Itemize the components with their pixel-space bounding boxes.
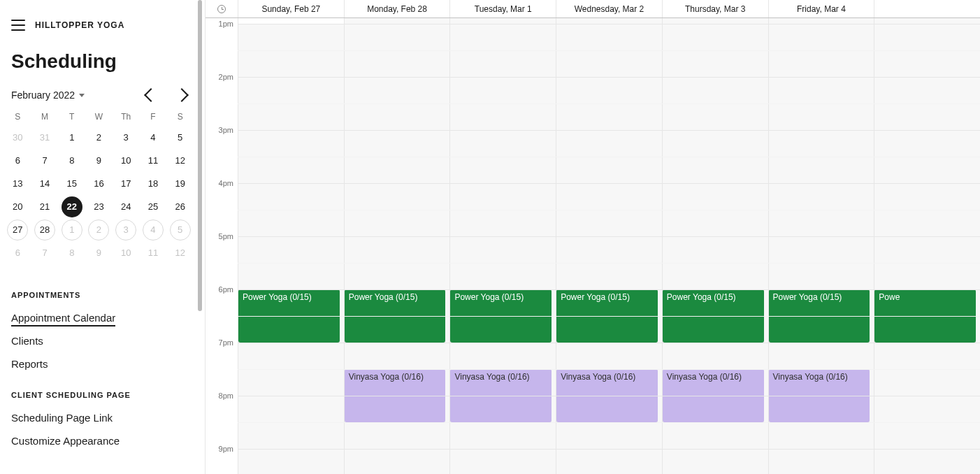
- mini-cal-dow: S: [4, 108, 31, 126]
- mini-cal-day[interactable]: 16: [85, 172, 113, 195]
- event-power-yoga[interactable]: Power Yoga (0/15): [556, 289, 658, 343]
- clock-icon: [217, 5, 226, 13]
- day-header[interactable]: [874, 0, 980, 17]
- mini-cal-day[interactable]: 26: [166, 195, 194, 218]
- mini-cal-day[interactable]: 9: [85, 149, 113, 172]
- mini-cal-day[interactable]: 19: [166, 172, 194, 195]
- mini-cal-day[interactable]: 15: [58, 172, 85, 195]
- brand-name: HILLTOPPER YOGA: [35, 20, 124, 30]
- mini-cal-day[interactable]: 10: [113, 241, 140, 264]
- time-column-header: [206, 5, 238, 13]
- mini-cal-dow: T: [58, 108, 85, 126]
- day-column[interactable]: Power Yoga (0/15)Vinyasa Yoga (0/16): [556, 18, 662, 474]
- mini-cal-day[interactable]: 13: [4, 172, 31, 195]
- next-month-button[interactable]: [175, 88, 189, 102]
- mini-cal-day[interactable]: 4: [140, 218, 167, 241]
- event-power-yoga[interactable]: Powe: [874, 289, 976, 343]
- day-column[interactable]: Power Yoga (0/15): [238, 18, 344, 474]
- mini-cal-day[interactable]: 11: [140, 149, 167, 172]
- time-label: 9pm: [219, 445, 233, 453]
- mini-cal-day[interactable]: 7: [31, 241, 59, 264]
- section-label-appointments: APPOINTMENTS: [0, 275, 198, 306]
- mini-cal-day[interactable]: 3: [113, 126, 140, 149]
- event-power-yoga[interactable]: Power Yoga (0/15): [450, 289, 552, 343]
- chevron-down-icon: [79, 94, 85, 97]
- day-header[interactable]: Friday, Mar 4: [768, 0, 874, 17]
- day-column[interactable]: Powe: [874, 18, 980, 474]
- mini-cal-day[interactable]: 23: [85, 195, 113, 218]
- mini-cal-day[interactable]: 20: [4, 195, 31, 218]
- nav-appointment-calendar[interactable]: Appointment Calendar: [0, 306, 198, 329]
- mini-cal-day[interactable]: 7: [31, 149, 59, 172]
- mini-cal-day[interactable]: 12: [166, 149, 194, 172]
- mini-cal-day[interactable]: 10: [113, 149, 140, 172]
- prev-month-button[interactable]: [144, 88, 158, 102]
- mini-cal-day[interactable]: 6: [4, 149, 31, 172]
- event-power-yoga[interactable]: Power Yoga (0/15): [345, 289, 446, 343]
- day-header[interactable]: Thursday, Mar 3: [662, 0, 768, 17]
- page-title: Scheduling: [0, 45, 198, 89]
- event-vinyasa-yoga[interactable]: Vinyasa Yoga (0/16): [450, 369, 552, 422]
- event-power-yoga[interactable]: Power Yoga (0/15): [663, 289, 764, 343]
- nav-scheduling-page-link[interactable]: Scheduling Page Link: [0, 406, 198, 429]
- mini-calendar: SMTWThFS 3031123456789101112131415161718…: [0, 108, 198, 275]
- event-vinyasa-yoga[interactable]: Vinyasa Yoga (0/16): [769, 369, 870, 422]
- nav-customize-appearance[interactable]: Customize Appearance: [0, 429, 198, 452]
- mini-cal-day[interactable]: 3: [113, 218, 140, 241]
- mini-cal-day[interactable]: 1: [58, 126, 85, 149]
- day-column[interactable]: Power Yoga (0/15)Vinyasa Yoga (0/16): [662, 18, 768, 474]
- mini-cal-day[interactable]: 21: [31, 195, 59, 218]
- section-label-client-page: CLIENT SCHEDULING PAGE: [0, 375, 198, 406]
- calendar-grid[interactable]: 1pm2pm3pm4pm5pm6pm7pm8pm9pm Power Yoga (…: [206, 18, 980, 474]
- event-power-yoga[interactable]: Power Yoga (0/15): [769, 289, 870, 343]
- mini-cal-day[interactable]: 28: [31, 218, 59, 241]
- day-header[interactable]: Sunday, Feb 27: [238, 0, 344, 17]
- mini-cal-day[interactable]: 2: [85, 218, 113, 241]
- nav-reports[interactable]: Reports: [0, 352, 198, 375]
- time-label: 4pm: [219, 179, 233, 187]
- mini-cal-dow: W: [85, 108, 113, 126]
- mini-cal-day[interactable]: 4: [140, 126, 167, 149]
- mini-cal-day[interactable]: 18: [140, 172, 167, 195]
- mini-cal-day[interactable]: 12: [166, 241, 194, 264]
- mini-cal-day[interactable]: 8: [58, 149, 85, 172]
- mini-cal-day[interactable]: 22: [58, 195, 85, 218]
- time-label: 6pm: [219, 285, 233, 294]
- day-header[interactable]: Tuesday, Mar 1: [449, 0, 556, 17]
- mini-cal-day[interactable]: 1: [58, 218, 85, 241]
- mini-cal-day[interactable]: 8: [58, 241, 85, 264]
- mini-cal-dow: Th: [113, 108, 140, 126]
- sidebar: HILLTOPPER YOGA Scheduling February 2022…: [0, 0, 206, 474]
- time-label: 7pm: [219, 338, 233, 347]
- mini-cal-day[interactable]: 24: [113, 195, 140, 218]
- mini-cal-dow: M: [31, 108, 59, 126]
- day-column[interactable]: Power Yoga (0/15)Vinyasa Yoga (0/16): [449, 18, 556, 474]
- time-label: 5pm: [219, 232, 233, 240]
- time-label: 3pm: [219, 126, 233, 134]
- mini-cal-day[interactable]: 27: [4, 218, 31, 241]
- month-selector[interactable]: February 2022: [11, 89, 85, 101]
- mini-cal-day[interactable]: 6: [4, 241, 31, 264]
- mini-cal-day[interactable]: 5: [166, 126, 194, 149]
- nav-clients[interactable]: Clients: [0, 329, 198, 352]
- mini-cal-day[interactable]: 31: [31, 126, 59, 149]
- mini-cal-day[interactable]: 11: [140, 241, 167, 264]
- event-power-yoga[interactable]: Power Yoga (0/15): [238, 289, 340, 343]
- day-header[interactable]: Wednesday, Mar 2: [556, 0, 662, 17]
- day-header[interactable]: Monday, Feb 28: [344, 0, 450, 17]
- mini-cal-day[interactable]: 14: [31, 172, 59, 195]
- event-vinyasa-yoga[interactable]: Vinyasa Yoga (0/16): [556, 369, 658, 422]
- mini-cal-day[interactable]: 25: [140, 195, 167, 218]
- mini-cal-day[interactable]: 2: [85, 126, 113, 149]
- mini-cal-day[interactable]: 17: [113, 172, 140, 195]
- event-vinyasa-yoga[interactable]: Vinyasa Yoga (0/16): [663, 369, 764, 422]
- out-of-range: [874, 18, 980, 474]
- time-label: 1pm: [219, 20, 233, 28]
- mini-cal-day[interactable]: 9: [85, 241, 113, 264]
- day-column[interactable]: Power Yoga (0/15)Vinyasa Yoga (0/16): [344, 18, 450, 474]
- mini-cal-day[interactable]: 5: [166, 218, 194, 241]
- mini-cal-day[interactable]: 30: [4, 126, 31, 149]
- event-vinyasa-yoga[interactable]: Vinyasa Yoga (0/16): [345, 369, 446, 422]
- menu-icon[interactable]: [11, 20, 25, 31]
- day-column[interactable]: Power Yoga (0/15)Vinyasa Yoga (0/16): [768, 18, 874, 474]
